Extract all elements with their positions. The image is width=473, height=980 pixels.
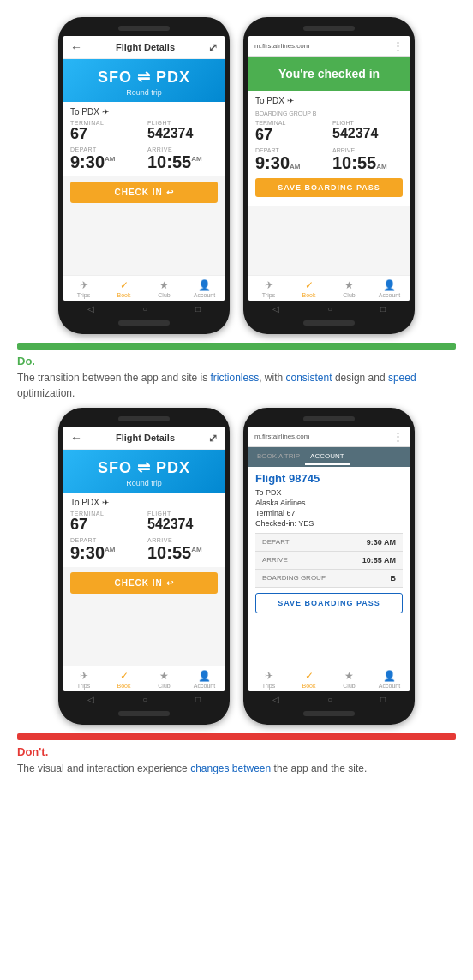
android-home-w2[interactable]: ○ [327, 695, 332, 704]
to-line-1: To PDX ✈ [70, 107, 218, 117]
phone-screen-app-1: ← Flight Details ⤢ SFO ⇌ PDX Round trip … [63, 36, 225, 301]
green-divider [17, 343, 456, 350]
dont-section: Don't. The visual and interaction experi… [17, 745, 456, 776]
red-divider [17, 733, 456, 740]
android-home[interactable]: ○ [142, 304, 147, 314]
highlight-between: between [232, 762, 271, 774]
depart-field-2: DEPART 9:30AM [70, 537, 141, 562]
android-nav-1: ◁ ○ □ [63, 301, 225, 315]
dont-description: The visual and interaction experience ch… [17, 761, 456, 776]
flight-field-2: FLIGHT 542374 [147, 511, 218, 534]
table-row-depart: DEPART 9:30 AM [255, 534, 403, 552]
trip-type-1: Round trip [70, 88, 218, 97]
highlight-consistent: consistent [286, 372, 332, 384]
web-nav-account-1[interactable]: 👤 Account [369, 276, 410, 301]
checkin-button-1[interactable]: CHECK IN ↩ [70, 182, 218, 203]
android-nav-web-1: ◁ ○ □ [248, 301, 410, 315]
dont-label: Don't. [17, 745, 456, 758]
more-icon-1[interactable]: ⋮ [392, 39, 404, 52]
web-depart-field: DEPART 9:30AM [255, 147, 326, 173]
web-nav-account-2[interactable]: 👤 Account [369, 666, 410, 691]
do-section: Do. The transition between the app and s… [17, 355, 456, 401]
page-wrapper: ← Flight Details ⤢ SFO ⇌ PDX Round trip … [0, 0, 473, 800]
web-bar-1: m.firstairlines.com ⋮ [248, 36, 410, 57]
web-club-icon-2: ★ [344, 670, 354, 682]
android-back-w1[interactable]: ◁ [272, 304, 279, 314]
phone-row-2: ← Flight Details ⤢ SFO ⇌ PDX Round trip … [17, 408, 456, 725]
share-icon-2[interactable]: ⤢ [208, 432, 218, 445]
web-nav-trips-1[interactable]: ✈ Trips [248, 276, 289, 301]
terminal-field: TERMINAL 67 [70, 120, 141, 143]
arrive-field-2: ARRIVE 10:55AM [147, 537, 218, 562]
app-bar-title-2: Flight Details [116, 433, 175, 443]
nav-trips-1[interactable]: ✈ Trips [63, 276, 104, 301]
nav-account-2[interactable]: 👤 Account [184, 666, 225, 691]
info-airline: Alaska Airlines [255, 499, 403, 507]
depart-value-t: 9:30 AM [367, 538, 396, 547]
app-bar-1: ← Flight Details ⤢ [63, 36, 225, 59]
bottom-nav-web-1: ✈ Trips ✓ Book ★ Club 👤 Account [248, 275, 410, 301]
back-arrow-icon-2[interactable]: ← [70, 431, 82, 445]
tab-book-trip[interactable]: BOOK A TRIP [252, 449, 305, 465]
android-recent-w2[interactable]: □ [380, 695, 386, 704]
web-book-icon: ✓ [305, 279, 314, 291]
android-recent-w1[interactable]: □ [380, 304, 386, 314]
account-icon: 👤 [198, 279, 211, 291]
web-nav-club-2[interactable]: ★ Club [329, 666, 369, 691]
share-icon[interactable]: ⤢ [208, 41, 218, 54]
more-icon-2[interactable]: ⋮ [392, 430, 404, 443]
nav-account-1[interactable]: 👤 Account [184, 276, 225, 301]
url-1: m.firstairlines.com [254, 42, 309, 50]
web-nav-book-1[interactable]: ✓ Book [289, 276, 329, 301]
nav-trips-2[interactable]: ✈ Trips [63, 666, 104, 691]
flight-hero-2: SFO ⇌ PDX Round trip [63, 450, 225, 493]
nav-book-1[interactable]: ✓ Book [104, 276, 144, 301]
depart-label-t: DEPART [262, 538, 290, 547]
flight-info-1: To PDX ✈ TERMINAL 67 FLIGHT 542374 DEPAR… [63, 102, 225, 176]
web-nav-book-2[interactable]: ✓ Book [289, 666, 329, 691]
flight-hero-1: SFO ⇌ PDX Round trip [63, 59, 225, 102]
android-recent[interactable]: □ [195, 304, 201, 314]
save-boarding-pass-btn-1[interactable]: SAVE BOARDING PASS [255, 178, 403, 197]
web-account-icon: 👤 [383, 279, 396, 291]
web-terminal-field: TERMINAL 67 [255, 120, 326, 144]
web-arrive-field: ARRIVE 10:55AM [332, 147, 403, 173]
phone-app-2: ← Flight Details ⤢ SFO ⇌ PDX Round trip … [58, 408, 230, 725]
web-to-line-1: To PDX ✈ [255, 96, 403, 105]
book-icon-2: ✓ [120, 670, 129, 682]
info-checkedin: Checked-in: YES [255, 519, 403, 528]
tab-bar-2: BOOK A TRIP ACCOUNT [248, 447, 410, 467]
android-nav-web-2: ◁ ○ □ [248, 691, 410, 706]
do-label: Do. [17, 355, 456, 368]
highlight-frictionless: frictionless [210, 372, 259, 384]
table-row-arrive: ARRIVE 10:55 AM [255, 552, 403, 570]
phone-web-2: m.firstairlines.com ⋮ BOOK A TRIP ACCOUN… [243, 408, 415, 725]
phone-screen-web-2: m.firstairlines.com ⋮ BOOK A TRIP ACCOUN… [248, 427, 410, 691]
checkin-button-2[interactable]: CHECK IN ↩ [70, 572, 218, 594]
flight-table-2: DEPART 9:30 AM ARRIVE 10:55 AM BOARDING … [255, 533, 403, 588]
android-back[interactable]: ◁ [87, 304, 94, 314]
android-back-2[interactable]: ◁ [87, 695, 94, 704]
save-boarding-pass-btn-2[interactable]: SAVE BOARDING PASS [255, 593, 403, 613]
android-back-w2[interactable]: ◁ [272, 695, 279, 704]
android-home-2[interactable]: ○ [142, 695, 147, 704]
app-bar-title: Flight Details [116, 42, 175, 52]
bottom-nav-2: ✈ Trips ✓ Book ★ Club 👤 Account [63, 666, 225, 691]
flight-title-2: Flight 98745 [255, 472, 403, 485]
url-2: m.firstairlines.com [254, 433, 309, 440]
nav-book-2[interactable]: ✓ Book [104, 666, 144, 691]
boarding-value-t: B [391, 574, 397, 583]
nav-club-1[interactable]: ★ Club [144, 276, 184, 301]
android-home-w1[interactable]: ○ [327, 304, 332, 314]
flight-grid-1: TERMINAL 67 FLIGHT 542374 DEPART 9:30AM [70, 120, 218, 171]
depart-field: DEPART 9:30AM [70, 146, 141, 171]
android-recent-2[interactable]: □ [195, 695, 201, 704]
phone-app-1: ← Flight Details ⤢ SFO ⇌ PDX Round trip … [58, 17, 230, 334]
tab-account[interactable]: ACCOUNT [305, 449, 350, 465]
web-nav-club-1[interactable]: ★ Club [329, 276, 369, 301]
arrive-field: ARRIVE 10:55AM [147, 146, 218, 171]
web-nav-trips-2[interactable]: ✈ Trips [248, 666, 289, 691]
back-arrow-icon[interactable]: ← [70, 40, 82, 54]
nav-club-2[interactable]: ★ Club [144, 666, 184, 691]
web-grid-1: TERMINAL 67 FLIGHT 542374 DEPART 9:30AM [255, 120, 403, 173]
